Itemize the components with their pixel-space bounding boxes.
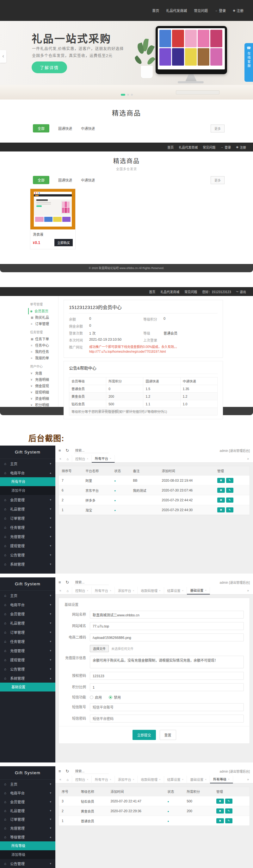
nav-home[interactable]: 首页 xyxy=(149,289,155,294)
sidebar-item-members[interactable]: ⌂会员管理▾ xyxy=(0,495,55,504)
nav-home[interactable]: 首页 xyxy=(167,145,174,150)
edit-button[interactable]: ✎ xyxy=(226,498,234,503)
tab-payment-codes[interactable]: 收款码管理× xyxy=(138,587,164,594)
sms-account-input[interactable] xyxy=(90,703,244,711)
close-icon[interactable]: × xyxy=(205,589,207,592)
auth-password-input[interactable] xyxy=(90,672,244,680)
search-input[interactable] xyxy=(74,769,109,774)
close-icon[interactable]: × xyxy=(87,778,88,781)
close-icon[interactable]: × xyxy=(110,589,111,592)
tab-all-levels[interactable]: 所有等级× xyxy=(210,776,233,783)
tab-add-platform[interactable]: 添加平台× xyxy=(115,587,138,594)
promo-link[interactable]: http://77.u7u.top/homes/index/reg/code/7… xyxy=(89,350,166,353)
close-icon[interactable]: × xyxy=(182,589,184,592)
tab-add-platform[interactable]: 添加平台× xyxy=(115,776,138,783)
sidebar-item-withdraw[interactable]: ⌂提现管理▾ xyxy=(0,541,55,550)
edit-button[interactable]: ✎ xyxy=(226,478,234,483)
close-icon[interactable]: × xyxy=(228,778,229,780)
sidebar-subitem-all-platforms[interactable]: 所有平台 xyxy=(0,477,55,486)
sidebar-item-commission-withdraw[interactable]: ¥佣金提现 xyxy=(30,383,58,389)
learn-more-button[interactable]: 了解详情 xyxy=(32,61,67,73)
sidebar-subitem-basic-settings[interactable]: 基础设置 xyxy=(0,683,55,691)
sidebar-item-member-home[interactable]: ◉会员首页 xyxy=(28,308,58,314)
edit-button[interactable]: ✎ xyxy=(225,818,233,823)
sidebar-item-task-order[interactable]: ▦任务下单 xyxy=(30,336,58,342)
tab-console[interactable]: 控制台× xyxy=(72,455,92,463)
tab-all[interactable]: 全部 xyxy=(33,124,49,132)
tabs-scroll-left[interactable]: « xyxy=(57,457,64,461)
sidebar-item-funds-detail[interactable]: ¥资金明细 xyxy=(30,396,58,402)
close-icon[interactable]: × xyxy=(205,778,207,781)
sidebar-item-withdraw[interactable]: ⌂提现管理▾ xyxy=(0,655,55,664)
nav-register[interactable]: ◉注册 xyxy=(233,8,244,13)
tab-yto-express[interactable]: 圆通快递 xyxy=(58,178,72,183)
close-icon[interactable]: × xyxy=(182,778,184,781)
sidebar-item-recharge-detail[interactable]: ¥充值明细 xyxy=(30,376,58,383)
qrcode-path-input[interactable] xyxy=(90,633,244,642)
tab-settlement[interactable]: 结算设置× xyxy=(164,776,187,783)
delete-button[interactable]: ✖ xyxy=(217,507,225,513)
admin-account[interactable]: admin [退出管理后台] xyxy=(219,580,250,585)
tab-home[interactable]: ⌂ xyxy=(64,776,72,783)
sidebar-item-ecommerce[interactable]: ⌂电商平台▴ xyxy=(0,468,55,477)
edit-button[interactable]: ✎ xyxy=(225,808,233,813)
sms-password-input[interactable] xyxy=(90,715,244,722)
sidebar-item-gifts[interactable]: ⌂礼品管理▾ xyxy=(0,504,55,514)
sidebar-item-announcements[interactable]: ⌂公告管理▾ xyxy=(0,664,55,674)
sidebar-subitem-all-levels[interactable]: 所有等级 xyxy=(0,841,55,850)
tab-home[interactable]: ⌂ xyxy=(64,587,72,594)
search-input[interactable] xyxy=(74,448,109,453)
sidebar-item-task-center[interactable]: ≡任务中心 xyxy=(30,342,58,349)
sidebar-item-my-tasks[interactable]: ≡我的任务 xyxy=(30,349,58,355)
sidebar-item-announcements[interactable]: ⌂公告管理▾ xyxy=(0,550,55,559)
nav-login[interactable]: →登录 xyxy=(215,8,226,13)
search-input[interactable] xyxy=(74,580,109,585)
tab-all[interactable]: 全部 xyxy=(33,176,49,184)
tab-settlement[interactable]: 结算设置× xyxy=(164,587,187,594)
sidebar-item-home[interactable]: ⌂主页▾ xyxy=(0,591,55,600)
sidebar-item-tasks[interactable]: ⌂任务管理▾ xyxy=(0,637,55,646)
close-icon[interactable]: × xyxy=(110,457,111,460)
sidebar-item-tasks[interactable]: ⌂任务管理▾ xyxy=(0,523,55,532)
buy-now-button[interactable]: 立即购买 xyxy=(55,239,73,246)
tab-all-platforms[interactable]: 所有平台× xyxy=(92,587,115,594)
sidebar-item-members[interactable]: ⌂会员管理▾ xyxy=(0,609,55,618)
radio-disable[interactable]: 禁用 xyxy=(109,695,121,700)
sidebar-item-gifts[interactable]: ⌂礼品管理▾ xyxy=(0,806,55,815)
sidebar-item-points-detail[interactable]: ¥积分明细 xyxy=(30,402,58,408)
carousel-dot[interactable] xyxy=(131,94,133,96)
nav-faq[interactable]: 常见问题 xyxy=(203,145,215,150)
points-ratio-input[interactable] xyxy=(90,683,244,691)
tabs-scroll-right[interactable]: » xyxy=(245,457,251,461)
online-service-tab[interactable]: ☎ 在线客服 xyxy=(245,43,253,82)
delete-button[interactable]: ✖ xyxy=(217,498,225,503)
delete-button[interactable]: ✖ xyxy=(216,808,224,813)
sidebar-item-announcements[interactable]: ⌂公告管理▾ xyxy=(0,859,55,868)
choose-file-button[interactable]: 选择文件 xyxy=(90,645,109,652)
sidebar-item-system[interactable]: ⌂系统管理▴ xyxy=(0,674,55,683)
carousel-dot-active[interactable] xyxy=(121,94,125,96)
tab-console[interactable]: 控制台× xyxy=(72,776,92,783)
radio-enable[interactable]: 启用 xyxy=(90,695,102,700)
tabs-scroll-left[interactable]: « xyxy=(57,589,64,592)
sidebar-item-home[interactable]: ⌂主页▾ xyxy=(0,459,55,468)
sidebar-subitem-add-level[interactable]: 添加等级 xyxy=(0,850,55,859)
reset-button[interactable]: 重置 xyxy=(160,730,176,740)
sidebar-item-gifts[interactable]: ⌂礼品管理▾ xyxy=(0,618,55,627)
nav-gift-mall[interactable]: 礼品代发商城 xyxy=(160,289,179,294)
tab-basic-settings[interactable]: 基础设置× xyxy=(187,776,210,783)
edit-button[interactable]: ✎ xyxy=(226,507,234,513)
close-icon[interactable]: × xyxy=(110,778,111,781)
sidebar-item-system[interactable]: ⌂系统管理▾ xyxy=(0,559,55,568)
nav-home[interactable]: 首页 xyxy=(152,8,159,13)
tab-all-platforms[interactable]: 所有平台× xyxy=(92,776,115,783)
carousel-dot[interactable] xyxy=(127,94,129,96)
domain-input[interactable] xyxy=(90,622,244,630)
tab-zto-express[interactable]: 中通快递 xyxy=(81,126,95,131)
delete-button[interactable]: ✖ xyxy=(216,799,224,804)
tab-payment-codes[interactable]: 收款码管理× xyxy=(138,776,164,783)
edit-button[interactable]: ✎ xyxy=(226,488,234,493)
sidebar-item-withdraw-detail[interactable]: ¥提现明细 xyxy=(30,389,58,396)
nav-faq[interactable]: 常见问题 xyxy=(194,8,208,13)
refresh-icon[interactable]: ↻ xyxy=(66,580,69,585)
